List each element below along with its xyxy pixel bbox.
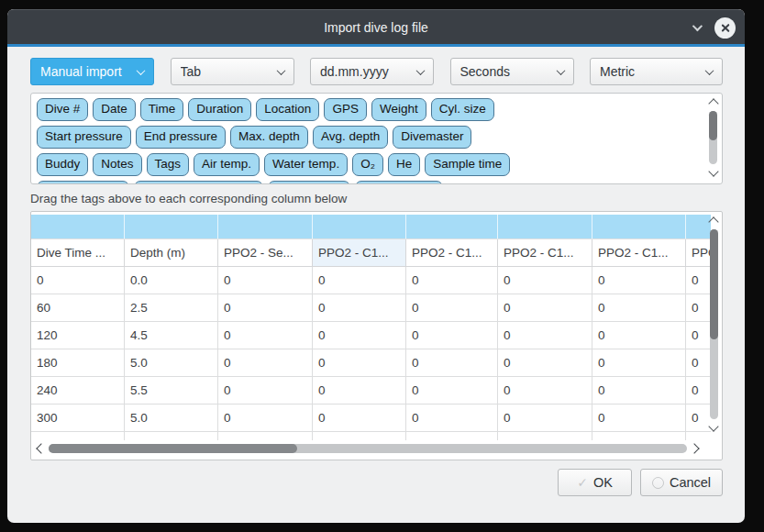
field-tag[interactable]: Cyl. size: [431, 98, 494, 121]
field-tag[interactable]: Sample time: [425, 153, 510, 176]
field-tag[interactable]: Dive #: [37, 98, 88, 121]
table-cell: 0: [406, 267, 498, 294]
table-cell: [406, 432, 498, 440]
table-scrollbar-track[interactable]: [710, 229, 718, 419]
column-drop-target[interactable]: [592, 215, 686, 239]
field-tag[interactable]: Sample CNS: [355, 181, 443, 184]
table-cell: 0: [592, 349, 686, 377]
column-drop-target[interactable]: [125, 215, 218, 239]
table-cell: 0: [498, 294, 592, 322]
table-cell: 0: [218, 267, 313, 294]
column-header[interactable]: PPO2 - C1...: [406, 239, 498, 267]
field-tag[interactable]: Divemaster: [393, 126, 471, 149]
field-tag[interactable]: Sample temperature: [134, 181, 262, 184]
table-cell: 180: [31, 349, 125, 377]
date-format-select[interactable]: dd.mm.yyyy: [310, 58, 434, 85]
import-preview-table: Dive Time ...Depth (m)PPO2 - Se...PPO2 -…: [30, 211, 723, 460]
table-cell: 0: [313, 349, 406, 377]
column-header[interactable]: PPO2 - C1...: [592, 239, 686, 267]
cancel-button-label: Cancel: [670, 475, 711, 490]
column-drop-target[interactable]: [31, 215, 125, 239]
column-drop-target[interactable]: [218, 215, 313, 239]
field-tag[interactable]: GPS: [324, 98, 367, 121]
options-row: Manual import Tab dd.mm.yyyy Seconds Met…: [30, 58, 723, 85]
column-drop-target[interactable]: [313, 215, 406, 239]
column-header[interactable]: PPO2 - Se...: [218, 239, 313, 267]
field-tag[interactable]: He: [388, 153, 420, 176]
table-cell: 0: [592, 322, 686, 349]
tag-row: BuddyNotesTagsAir temp.Water temp.O₂HeSa…: [37, 153, 716, 176]
table-cell: [592, 432, 686, 440]
field-separator-select[interactable]: Tab: [171, 58, 294, 85]
field-tag[interactable]: End pressure: [136, 126, 226, 149]
import-mode-select[interactable]: Manual import: [30, 58, 154, 85]
field-tag[interactable]: Date: [93, 98, 136, 121]
window-title: Import dive log file: [324, 20, 428, 35]
drag-instruction-label: Drag the tags above to each correspondin…: [30, 192, 723, 205]
scroll-down-icon[interactable]: [708, 166, 718, 176]
table-row: 1204.5000000: [31, 322, 711, 349]
field-tag[interactable]: Time: [140, 98, 184, 121]
dialog-buttons: ✓ OK Cancel: [30, 469, 723, 496]
field-tag[interactable]: Water temp.: [264, 153, 348, 176]
table-cell: [31, 432, 125, 440]
column-header[interactable]: PPO2 - C1...: [313, 239, 406, 267]
table-cell: 5.0: [125, 405, 218, 432]
chevron-down-icon[interactable]: [692, 21, 703, 31]
column-drop-target[interactable]: [498, 215, 592, 239]
column-header[interactable]: Depth (m): [125, 239, 218, 267]
field-tag[interactable]: Sample depth: [37, 181, 129, 184]
table-cell: 0: [406, 322, 498, 349]
table-cell: 0: [498, 267, 592, 294]
tags-scrollbar-track[interactable]: [709, 111, 717, 164]
ok-button[interactable]: ✓ OK: [558, 469, 632, 496]
hscrollbar-thumb[interactable]: [49, 444, 297, 453]
close-button[interactable]: [714, 17, 736, 39]
field-tag[interactable]: Max. depth: [230, 126, 308, 149]
scroll-up-icon[interactable]: [708, 98, 718, 108]
scroll-down-icon[interactable]: [708, 421, 718, 431]
chevron-down-icon: [276, 66, 285, 75]
table-cell: [498, 432, 592, 440]
field-tag[interactable]: Tags: [147, 153, 190, 176]
scroll-up-icon[interactable]: [708, 216, 718, 227]
table-cell: 0: [406, 377, 498, 405]
table-scrollbar-thumb[interactable]: [710, 229, 718, 339]
hscrollbar-track[interactable]: [49, 444, 687, 453]
table-vertical-scrollbar[interactable]: [706, 213, 721, 438]
scroll-left-icon[interactable]: [36, 443, 46, 453]
tag-rows: Dive #DateTimeDurationLocationGPSWeightC…: [31, 94, 722, 184]
table-row: 602.5000000: [31, 294, 711, 322]
tags-vertical-scrollbar[interactable]: [705, 94, 721, 183]
table-cell: 0: [218, 349, 313, 377]
import-dialog-window: Import dive log file Manual import Tab d…: [7, 9, 745, 523]
column-header[interactable]: PPO2 - C1...: [498, 239, 592, 267]
field-tag[interactable]: Duration: [188, 98, 251, 121]
table-cell: 0: [498, 349, 592, 377]
field-tag[interactable]: Avg. depth: [313, 126, 388, 149]
table-cell: 0: [498, 322, 592, 349]
chevron-down-icon: [137, 66, 146, 75]
table-horizontal-scrollbar[interactable]: [34, 441, 702, 456]
field-tag[interactable]: O₂: [352, 153, 383, 176]
table-cell: 0: [313, 405, 406, 432]
field-tag[interactable]: Sample pO₂: [268, 181, 351, 184]
field-tag[interactable]: Notes: [93, 153, 141, 176]
tags-scrollbar-thumb[interactable]: [709, 111, 717, 140]
tag-row: Start pressureEnd pressureMax. depthAvg.…: [37, 126, 716, 149]
time-format-select[interactable]: Seconds: [450, 58, 574, 85]
titlebar: Import dive log file: [7, 9, 745, 44]
column-header[interactable]: Dive Time ...: [31, 239, 125, 267]
field-tag[interactable]: Buddy: [37, 153, 88, 176]
field-tag[interactable]: Location: [256, 98, 319, 121]
field-tag[interactable]: Weight: [371, 98, 426, 121]
field-tag[interactable]: Air temp.: [194, 153, 260, 176]
units-select[interactable]: Metric: [590, 58, 723, 85]
column-drop-target[interactable]: [406, 215, 498, 239]
table-grid: Dive Time ...Depth (m)PPO2 - Se...PPO2 -…: [31, 212, 711, 440]
scroll-right-icon[interactable]: [689, 443, 699, 453]
field-tag[interactable]: Start pressure: [37, 126, 131, 149]
cancel-button[interactable]: Cancel: [640, 469, 723, 496]
ok-button-label: OK: [593, 475, 613, 490]
table-cell: 5.0: [125, 349, 218, 377]
